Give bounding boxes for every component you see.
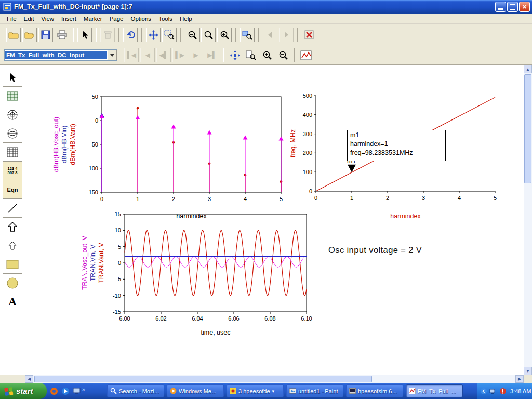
maximize-button[interactable]	[507, 2, 518, 12]
toolbar-separator	[96, 28, 97, 42]
prev-page2-button[interactable]: ◀▌	[156, 48, 171, 62]
svg-text:-150: -150	[87, 189, 98, 195]
menu-tools[interactable]: Tools	[155, 15, 176, 23]
zoom-full-button[interactable]	[240, 28, 255, 42]
select-tool-button[interactable]	[77, 28, 92, 42]
zoom-in-view-button[interactable]	[260, 48, 274, 62]
data-display-canvas[interactable]: 012345500-50-100-150harmindexdBm(HB.Vosc…	[0, 65, 524, 375]
zoom-area-button[interactable]	[162, 28, 177, 42]
zoom-out-view-button[interactable]	[276, 48, 290, 62]
last-page-button[interactable]: ▶▌	[205, 48, 219, 62]
media-task-icon	[170, 388, 177, 394]
palette-stacked-plot-tool[interactable]	[3, 142, 22, 162]
palette-line-tool[interactable]	[3, 198, 22, 218]
menu-insert[interactable]: Insert	[58, 15, 80, 23]
menu-file[interactable]: File	[3, 15, 20, 23]
menu-view[interactable]: View	[37, 15, 58, 23]
vertical-scrollbar[interactable]: ▲ ▼	[524, 65, 532, 375]
palette-polar-plot-tool[interactable]	[3, 105, 22, 124]
quicklaunch-desktop-icon[interactable]	[72, 387, 81, 395]
palette-smith-chart-tool[interactable]	[3, 124, 22, 143]
smith-chart-icon	[7, 128, 18, 139]
zoom-out-icon	[278, 50, 288, 60]
dataset-dropdown[interactable]: FM_Tx_Full_with_DC_input	[4, 49, 117, 61]
table-grid-icon	[7, 91, 18, 101]
menu-edit[interactable]: Edit	[20, 15, 38, 23]
taskbar-task-hpeesofde-group[interactable]: 3 hpeesofde ▾	[227, 384, 284, 397]
scroll-down-button[interactable]: ▼	[524, 367, 532, 375]
horizontal-scroll-thumb[interactable]	[34, 376, 372, 382]
quicklaunch-browser-icon[interactable]	[49, 387, 58, 395]
open-button[interactable]	[22, 28, 37, 42]
palette-pointer-tool[interactable]	[3, 68, 22, 87]
svg-text:6.00: 6.00	[119, 315, 130, 322]
first-page-button[interactable]: ▌◀	[124, 48, 139, 62]
plot-window-button[interactable]	[299, 48, 313, 62]
scroll-left-button[interactable]: ◀	[25, 375, 33, 383]
undo-button[interactable]	[123, 28, 138, 42]
svg-text:freq, MHz: freq, MHz	[289, 129, 297, 157]
palette-text-tool[interactable]: A	[3, 292, 22, 311]
scrollbar-filler	[0, 375, 25, 383]
freq-vs-harmindex-chart[interactable]: 0123450100200300400500m1harmindexfreq, M…	[289, 88, 502, 227]
dropdown-button[interactable]	[107, 50, 117, 60]
taskbar-task-fm-tx-active[interactable]: FM_Tx_Full_...	[406, 384, 463, 397]
next-fast-button[interactable]: ▶	[189, 48, 203, 62]
save-button[interactable]	[38, 28, 53, 42]
zoom-out-button[interactable]	[185, 28, 200, 42]
close-window-button[interactable]	[302, 28, 316, 42]
taskbar-task-search[interactable]: Search - Mozi...	[107, 384, 164, 397]
marker-readout-box[interactable]: m1 harmindex=1 freq=98.2383531MHz	[347, 130, 446, 161]
start-button[interactable]: start	[0, 383, 47, 399]
vertical-scroll-thumb[interactable]	[524, 74, 531, 183]
horizontal-scrollbar[interactable]: ◀ ▶	[25, 375, 524, 383]
taskbar-task-hpeesofsim[interactable]: hpeesofsim 6...	[346, 384, 403, 397]
palette-equation-tool[interactable]: Eqn	[3, 180, 22, 199]
palette-rectangle-tool[interactable]	[3, 255, 22, 274]
palette-list-plot-tool[interactable]	[3, 86, 22, 105]
taskbar-task-paint[interactable]: untitled1 - Paint	[286, 384, 343, 397]
zoom-in-button[interactable]	[217, 28, 232, 42]
minimize-button[interactable]	[495, 2, 506, 12]
pan-tool-button[interactable]	[146, 28, 161, 42]
tray-collapse-chevron-icon[interactable]	[481, 388, 487, 394]
quicklaunch-overflow-chevron[interactable]: »	[82, 386, 85, 392]
last-page-icon: ▶▌	[207, 51, 217, 59]
zoom-page-button[interactable]	[244, 48, 258, 62]
block-arrow-icon	[7, 221, 18, 233]
text-annotation[interactable]: Osc input voltage = 2 V	[328, 245, 422, 255]
close-button[interactable]: ×	[519, 2, 530, 12]
quicklaunch-media-icon[interactable]	[61, 387, 70, 395]
svg-text:3: 3	[208, 196, 211, 202]
taskbar-task-media[interactable]: Windows Me...	[167, 384, 224, 397]
palette-arrow-outline-tool[interactable]	[3, 236, 22, 255]
menu-help[interactable]: Help	[176, 15, 196, 23]
scroll-right-button[interactable]: ▶	[515, 375, 524, 383]
next-arrow-icon	[282, 31, 290, 39]
expand-arrows-icon	[230, 50, 240, 60]
maximize-icon	[510, 4, 515, 10]
print-button[interactable]	[55, 28, 69, 42]
prev-fast-button[interactable]: ◀	[140, 48, 155, 62]
svg-text:dBm(HB.Vosc_out): dBm(HB.Vosc_out)	[52, 117, 60, 172]
tray-network-icon[interactable]	[489, 388, 497, 395]
spectrum-stem-chart[interactable]: 012345500-50-100-150harmindexdBm(HB.Vosc…	[52, 92, 288, 227]
next-page2-button[interactable]: ▌▶	[172, 48, 187, 62]
menu-options[interactable]: Options	[127, 15, 155, 23]
pan-view-button[interactable]	[228, 48, 242, 62]
transient-waveform-chart[interactable]: 6.006.026.046.066.086.10151050-5-10-15ti…	[81, 210, 314, 343]
palette-circle-tool[interactable]	[3, 273, 22, 292]
palette-arrow-shape-tool[interactable]	[3, 217, 22, 236]
next-page-button[interactable]	[279, 28, 294, 42]
scroll-up-button[interactable]: ▲	[524, 65, 532, 73]
tray-alert-icon[interactable]	[499, 388, 507, 395]
new-button[interactable]	[6, 28, 21, 42]
delete-button[interactable]	[100, 28, 115, 42]
prev-page-button[interactable]	[263, 28, 277, 42]
paint-task-icon	[289, 388, 296, 394]
menu-marker[interactable]: Marker	[80, 15, 106, 23]
zoom-reset-button[interactable]	[201, 28, 216, 42]
palette-list-values-tool[interactable]: 123 4567 8	[3, 161, 22, 180]
menu-page[interactable]: Page	[106, 15, 127, 23]
svg-text:6.08: 6.08	[264, 315, 275, 322]
